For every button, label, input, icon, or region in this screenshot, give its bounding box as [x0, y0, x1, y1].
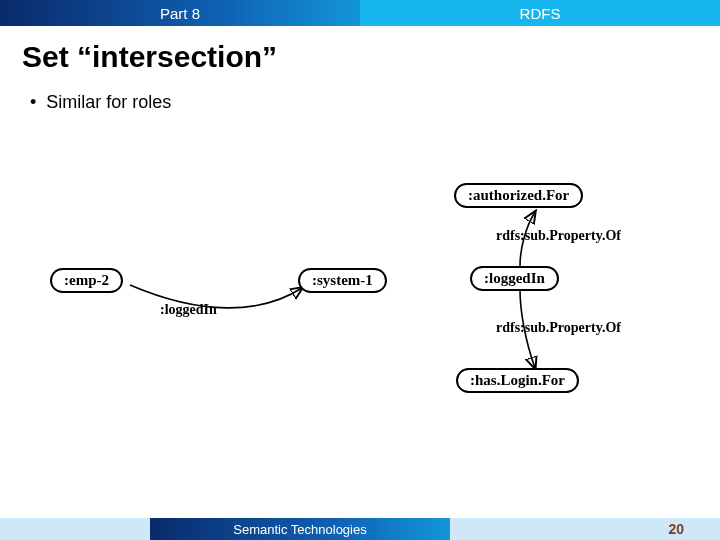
diagram: :system-1 --> :authorizedFor (upward) --… [50, 180, 660, 440]
slide-title: Set “intersection” [0, 26, 720, 84]
footer-center: Semantic Technologies [150, 518, 450, 540]
node-has-login-for: :has.Login.For [456, 368, 579, 393]
edge-label-logged-in: :loggedIn [160, 302, 217, 318]
header-bar: Part 8 RDFS [0, 0, 720, 26]
footer-center-label: Semantic Technologies [233, 522, 366, 537]
node-authorized-for: :authorized.For [454, 183, 583, 208]
node-system-1: :system-1 [298, 268, 387, 293]
node-logged-in: :loggedIn [470, 266, 559, 291]
header-part-label: Part 8 [160, 5, 200, 22]
footer-right: 20 [450, 518, 720, 540]
diagram-arrows: :system-1 --> :authorizedFor (upward) --… [50, 180, 660, 440]
content-area: Similar for roles [0, 84, 720, 121]
header-right: RDFS [360, 0, 720, 26]
footer-bar: Semantic Technologies 20 [0, 518, 720, 540]
edge-label-subprop-upper: rdfs:sub.Property.Of [496, 228, 621, 244]
bullet-similar-roles: Similar for roles [30, 92, 690, 113]
footer-left-spacer [0, 518, 150, 540]
node-emp-2: :emp-2 [50, 268, 123, 293]
edge-label-subprop-lower: rdfs:sub.Property.Of [496, 320, 621, 336]
header-left: Part 8 [0, 0, 360, 26]
page-number: 20 [668, 521, 684, 537]
header-topic-label: RDFS [520, 5, 561, 22]
